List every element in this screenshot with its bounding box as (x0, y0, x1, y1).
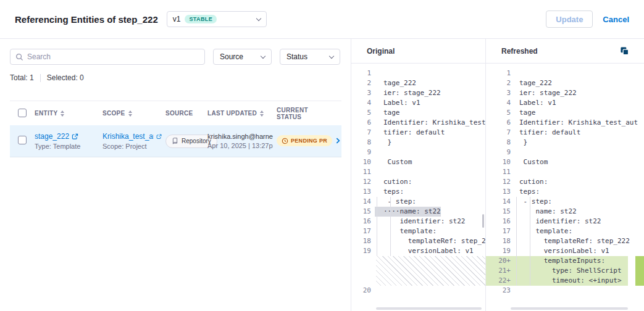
code-line: 15 name: st22 (486, 207, 644, 217)
line-number: 15 (351, 207, 375, 217)
table-row[interactable]: stage_222 Type: Template Krishika_test_a… (10, 125, 341, 157)
original-code-editor[interactable]: 12tage_2223ier: stage_2224Label: v15tage… (351, 64, 485, 311)
collapsed-region (376, 256, 485, 286)
line-text: Identifier: Krishika_test_aut (375, 118, 485, 128)
line-text: identifier: st22 (375, 217, 465, 226)
line-number: 1 (351, 68, 375, 78)
column-header-entity[interactable]: ENTITY (35, 110, 64, 117)
line-text: tifier: default (375, 128, 445, 138)
updated-date: Apr 10, 2025 | 13:27pm (207, 142, 273, 149)
line-number: 10 (486, 157, 514, 167)
update-button[interactable]: Update (546, 10, 593, 28)
code-line: 17 template: (486, 226, 644, 236)
sort-icon[interactable] (61, 110, 64, 117)
line-text: } (514, 138, 527, 147)
line-number: 17 (351, 226, 375, 236)
code-line: 11 (351, 167, 485, 177)
code-line: 10 Custom (486, 157, 644, 167)
line-number: 12 (351, 177, 375, 187)
line-text: versionLabel: v1 (514, 246, 609, 256)
line-text: teps: (375, 187, 404, 197)
line-text: - step: (514, 197, 552, 207)
row-expand-chevron-icon[interactable] (336, 137, 340, 144)
line-text: identifier: st22 (514, 217, 601, 226)
select-all-checkbox[interactable] (18, 109, 27, 117)
sort-icon[interactable] (260, 110, 264, 117)
search-input[interactable] (27, 52, 199, 61)
line-text: templateRef: step_222 (375, 236, 485, 246)
diff-refreshed-header: Refreshed (486, 39, 644, 64)
chevron-down-icon (261, 53, 266, 58)
code-line: 16 identifier: st22 (486, 217, 644, 226)
line-text: Label: v1 (514, 98, 556, 108)
line-number: 5 (486, 108, 514, 118)
divider (40, 74, 41, 82)
status-filter-dropdown[interactable]: Status (280, 49, 340, 65)
entity-link[interactable]: stage_222 (35, 132, 69, 141)
line-number: 7 (486, 128, 514, 138)
code-line: 13teps: (486, 187, 644, 197)
code-line: 5tage (486, 108, 644, 118)
line-number: 11 (486, 167, 514, 177)
line-text: teps: (514, 187, 540, 197)
results-summary: Total: 1 Selected: 0 (10, 73, 351, 82)
line-number: 6 (486, 118, 514, 128)
sort-icon[interactable] (128, 110, 132, 117)
column-header-current-status: CURRENT STATUS (277, 107, 332, 120)
line-text (514, 147, 519, 157)
search-box[interactable] (10, 49, 205, 65)
column-header-scope[interactable]: SCOPE (102, 110, 132, 117)
line-number: 12 (486, 177, 514, 187)
line-number: 13 (351, 187, 375, 197)
external-link-icon[interactable] (156, 133, 162, 140)
code-line: 19 versionLabel: v1 (351, 246, 485, 256)
vertical-scrollbar-thumb[interactable] (482, 214, 484, 228)
horizontal-scrollbar-thumb[interactable] (511, 307, 628, 310)
diff-panel: Original 12tage_2223ier: stage_2224Label… (351, 39, 644, 311)
horizontal-scrollbar-thumb[interactable] (376, 307, 482, 310)
header-actions: Update Cancel (546, 10, 629, 28)
code-line: 21+ type: ShellScript (486, 266, 644, 276)
source-filter-dropdown[interactable]: Source (213, 49, 272, 65)
code-line: 9 (351, 147, 485, 157)
row-checkbox[interactable] (18, 136, 27, 144)
line-text (375, 167, 383, 177)
line-text (514, 68, 519, 78)
line-number: 5 (351, 108, 375, 118)
line-text: templateRef: step_222 (514, 236, 630, 246)
source-filter-label: Source (220, 52, 243, 61)
dialog-header: Referencing Entities of step_222 v1 STAB… (0, 0, 644, 39)
referencing-entities-dialog: Referencing Entities of step_222 v1 STAB… (0, 0, 644, 311)
line-number: 15 (486, 207, 514, 217)
code-line: 6Identifier: Krishika_test_aut (486, 118, 644, 128)
code-line: 4Label: v1 (351, 98, 485, 108)
cancel-button[interactable]: Cancel (603, 15, 629, 24)
scope-detail: Scope: Project (102, 143, 162, 150)
code-line: 9 (486, 147, 644, 157)
code-line: 7tifier: default (351, 128, 485, 138)
line-number: 1 (486, 68, 514, 78)
scope-link[interactable]: Krishika_test_au... (102, 132, 154, 141)
version-selector[interactable]: v1 STABLE (167, 11, 267, 27)
status-badge: PENDING PR (277, 135, 332, 146)
line-text (375, 147, 383, 157)
line-number: 17 (486, 226, 514, 236)
line-number: 16 (351, 217, 375, 226)
code-line: 14 - step: (351, 197, 485, 207)
line-text: tifier: default (514, 128, 580, 138)
line-text: template: (375, 226, 437, 236)
line-number: 11 (351, 167, 375, 177)
code-line: 12cution: (486, 177, 644, 187)
code-line: 20+ templateInputs: (486, 256, 644, 266)
line-number: 18 (351, 236, 375, 246)
version-label: v1 (173, 15, 181, 23)
copy-button[interactable] (620, 46, 629, 56)
code-line: 8 } (351, 138, 485, 147)
line-text: ier: stage_222 (375, 88, 441, 98)
external-link-icon[interactable] (72, 133, 78, 140)
column-header-last-updated[interactable]: LAST UPDATED (207, 110, 264, 117)
refreshed-code-editor[interactable]: 12tage_2223ier: stage_2224Label: v15tage… (486, 64, 644, 311)
line-number: 8 (351, 138, 375, 147)
dialog-body: Source Status Total: 1 Selected: 0 ENTIT… (0, 39, 644, 311)
line-number: 2 (351, 78, 375, 88)
